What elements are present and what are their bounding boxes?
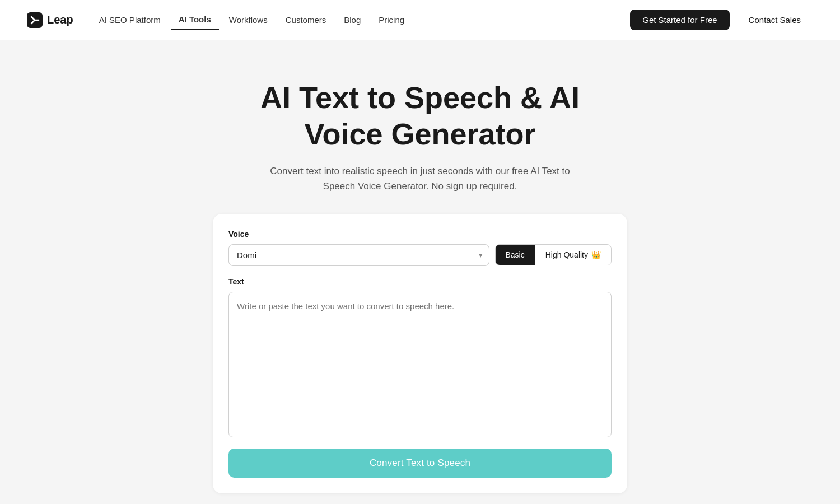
- hero-subtitle: Convert text into realistic speech in ju…: [263, 164, 577, 194]
- convert-button[interactable]: Convert Text to Speech: [228, 449, 612, 478]
- nav-item-blog[interactable]: Blog: [336, 11, 368, 29]
- crown-icon: 👑: [591, 250, 601, 259]
- get-started-button[interactable]: Get Started for Free: [630, 10, 729, 30]
- navbar: Leap AI SEO Platform AI Tools Workflows …: [0, 0, 840, 40]
- nav-item-ai-tools[interactable]: AI Tools: [171, 10, 219, 30]
- nav-item-seo-platform[interactable]: AI SEO Platform: [91, 11, 169, 29]
- quality-toggle: Basic High Quality 👑: [495, 244, 612, 265]
- quality-basic-button[interactable]: Basic: [496, 245, 535, 265]
- logo[interactable]: Leap: [27, 12, 73, 28]
- voice-label: Voice: [228, 230, 612, 239]
- voice-row: Domi Aria Rachel Sam ▾ Basic High Qualit…: [228, 244, 612, 266]
- nav-links: AI SEO Platform AI Tools Workflows Custo…: [91, 10, 412, 30]
- tool-card: Voice Domi Aria Rachel Sam ▾ Basic High …: [213, 214, 627, 493]
- navbar-left: Leap AI SEO Platform AI Tools Workflows …: [27, 10, 412, 30]
- hero-title: AI Text to Speech & AI Voice Generator: [224, 80, 616, 152]
- quality-high-button[interactable]: High Quality 👑: [535, 245, 611, 265]
- voice-select[interactable]: Domi Aria Rachel Sam: [228, 244, 489, 266]
- text-input[interactable]: [228, 292, 612, 437]
- text-label: Text: [228, 277, 612, 286]
- main-content: AI Text to Speech & AI Voice Generator C…: [0, 40, 840, 504]
- navbar-right: Get Started for Free Contact Sales: [630, 10, 813, 30]
- voice-select-wrapper: Domi Aria Rachel Sam ▾: [228, 244, 489, 266]
- nav-item-pricing[interactable]: Pricing: [371, 11, 412, 29]
- nav-item-workflows[interactable]: Workflows: [221, 11, 276, 29]
- logo-text: Leap: [47, 13, 73, 26]
- nav-item-customers[interactable]: Customers: [278, 11, 334, 29]
- contact-sales-button[interactable]: Contact Sales: [736, 10, 813, 30]
- quality-high-label: High Quality: [545, 250, 588, 259]
- logo-icon: [27, 12, 43, 28]
